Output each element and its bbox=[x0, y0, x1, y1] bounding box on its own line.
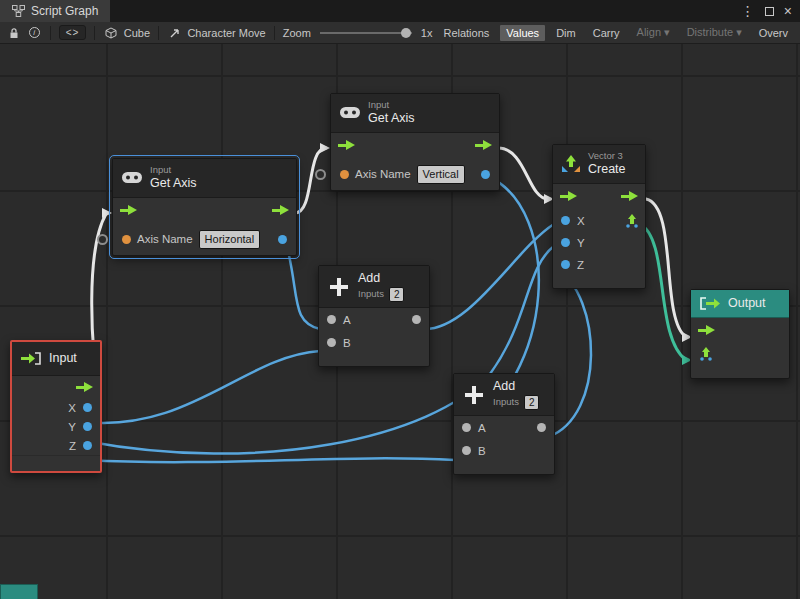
character-move-icon bbox=[167, 25, 182, 41]
node-header: Vector 3 Create bbox=[553, 145, 645, 184]
add-sum-output-port[interactable] bbox=[412, 315, 421, 324]
port-label-x: X bbox=[68, 402, 76, 414]
toolbar-separator bbox=[274, 26, 275, 40]
flow-out-port[interactable] bbox=[621, 191, 638, 202]
node-title: Add bbox=[358, 271, 404, 286]
wire-vector3-to-output-flow[interactable] bbox=[646, 199, 686, 337]
zoom-value: 1x bbox=[421, 27, 433, 39]
node-output[interactable]: Output bbox=[690, 289, 790, 379]
node-header: Add Inputs 2 bbox=[454, 374, 554, 416]
axis-name-field[interactable]: Vertical bbox=[417, 165, 465, 183]
wire-input-x-to-add1-b[interactable] bbox=[85, 351, 320, 423]
toolbar-separator bbox=[158, 26, 159, 40]
vector3-result-port[interactable] bbox=[625, 214, 639, 228]
node-footer bbox=[454, 462, 554, 474]
port-label-b: B bbox=[478, 445, 486, 457]
info-icon[interactable]: i bbox=[26, 25, 41, 41]
kebab-menu-icon[interactable]: ⋮ bbox=[741, 4, 755, 18]
gamepad-icon bbox=[340, 107, 360, 118]
port-label-x: X bbox=[577, 215, 585, 227]
input-x-output-port[interactable] bbox=[83, 403, 92, 412]
node-add-2[interactable]: Add Inputs 2 A B bbox=[453, 373, 555, 475]
port-label-z: Z bbox=[69, 440, 76, 452]
flow-out-port[interactable] bbox=[76, 382, 93, 393]
axis-name-field[interactable]: Horizontal bbox=[199, 230, 261, 248]
node-kind: Input bbox=[150, 165, 197, 176]
node-kind: Input bbox=[368, 100, 415, 111]
flow-in-port[interactable] bbox=[338, 140, 355, 151]
input-icon bbox=[21, 352, 41, 365]
add-sum-output-port[interactable] bbox=[537, 423, 546, 432]
carry-button[interactable]: Carry bbox=[587, 25, 626, 41]
wire-vector3-result-to-output-value[interactable] bbox=[640, 224, 686, 360]
graph-canvas[interactable]: Input Get Axis Axis Name Vertical Input bbox=[0, 44, 800, 599]
axis-name-input-port[interactable] bbox=[315, 169, 326, 180]
node-vector3-create[interactable]: Vector 3 Create X Y Z bbox=[552, 144, 646, 289]
relations-button[interactable]: Relations bbox=[437, 25, 495, 41]
partial-node-header[interactable] bbox=[0, 584, 38, 599]
inputs-count-field[interactable]: 2 bbox=[524, 395, 540, 410]
lock-icon[interactable] bbox=[6, 25, 21, 41]
window-tab-bar: Script Graph ⋮ × bbox=[0, 0, 800, 22]
add-a-input-port[interactable] bbox=[462, 423, 471, 432]
tab-script-graph[interactable]: Script Graph bbox=[0, 0, 110, 22]
string-type-icon bbox=[340, 170, 349, 179]
axis-value-output-port[interactable] bbox=[278, 235, 287, 244]
add-icon bbox=[463, 384, 485, 406]
wire-add1-to-vector3-x[interactable] bbox=[423, 224, 554, 329]
inputs-label: Inputs bbox=[493, 397, 519, 408]
node-add-1[interactable]: Add Inputs 2 A B bbox=[318, 265, 430, 367]
string-type-icon bbox=[122, 235, 131, 244]
output-value-input-port[interactable] bbox=[699, 347, 713, 361]
input-y-output-port[interactable] bbox=[83, 422, 92, 431]
node-header: Output bbox=[691, 290, 789, 318]
node-header: Input bbox=[12, 342, 100, 376]
close-icon[interactable]: × bbox=[784, 4, 792, 18]
inputs-count-field[interactable]: 2 bbox=[389, 287, 405, 302]
wire-getaxis-vertical-to-vector3-flow[interactable] bbox=[498, 148, 548, 199]
node-footer bbox=[12, 455, 100, 471]
dim-button[interactable]: Dim bbox=[550, 25, 582, 41]
align-button[interactable]: Align ▾ bbox=[631, 24, 676, 41]
maximize-icon[interactable] bbox=[765, 2, 774, 20]
breadcrumb-graph-name[interactable]: Cube bbox=[124, 27, 150, 39]
add-icon bbox=[328, 276, 350, 298]
inputs-label: Inputs bbox=[358, 289, 384, 300]
flow-in-port[interactable] bbox=[560, 191, 577, 202]
zoom-slider[interactable] bbox=[320, 32, 412, 34]
flow-out-port[interactable] bbox=[272, 205, 289, 216]
port-label-a: A bbox=[478, 422, 486, 434]
flow-out-port[interactable] bbox=[475, 140, 492, 151]
axis-name-label: Axis Name bbox=[355, 168, 411, 180]
node-title: Add bbox=[493, 379, 539, 394]
add-b-input-port[interactable] bbox=[462, 446, 471, 455]
breadcrumb-subgraph-name[interactable]: Character Move bbox=[187, 27, 265, 39]
values-button[interactable]: Values bbox=[500, 25, 545, 41]
port-label-y: Y bbox=[68, 421, 76, 433]
add-b-input-port[interactable] bbox=[327, 338, 336, 347]
vector3-y-input-port[interactable] bbox=[561, 238, 570, 247]
zoom-slider-handle[interactable] bbox=[401, 28, 411, 38]
node-footer bbox=[553, 276, 645, 288]
vector3-z-input-port[interactable] bbox=[561, 260, 570, 269]
node-title: Output bbox=[728, 296, 766, 311]
tab-title: Script Graph bbox=[31, 4, 98, 18]
axis-value-output-port[interactable] bbox=[481, 170, 490, 179]
zoom-label: Zoom bbox=[283, 27, 311, 39]
wire-getaxis-horizontal-to-getaxis-vertical-flow[interactable] bbox=[295, 148, 326, 213]
vector3-x-input-port[interactable] bbox=[561, 216, 570, 225]
flow-in-port[interactable] bbox=[120, 205, 137, 216]
node-get-axis-vertical[interactable]: Input Get Axis Axis Name Vertical bbox=[330, 93, 500, 191]
node-input[interactable]: Input X Y Z bbox=[10, 340, 102, 473]
wire-input-z-to-add2-b[interactable] bbox=[85, 458, 455, 462]
axis-name-input-port[interactable] bbox=[97, 234, 108, 245]
distribute-button[interactable]: Distribute ▾ bbox=[681, 24, 748, 41]
toolbar-separator bbox=[94, 26, 95, 40]
input-z-output-port[interactable] bbox=[83, 441, 92, 450]
flow-in-port[interactable] bbox=[698, 325, 715, 336]
port-label-b: B bbox=[343, 337, 351, 349]
node-get-axis-horizontal[interactable]: Input Get Axis Axis Name Horizontal bbox=[112, 158, 297, 256]
overview-button[interactable]: Overv bbox=[753, 25, 794, 41]
code-view-button[interactable]: <> bbox=[59, 25, 87, 40]
add-a-input-port[interactable] bbox=[327, 315, 336, 324]
